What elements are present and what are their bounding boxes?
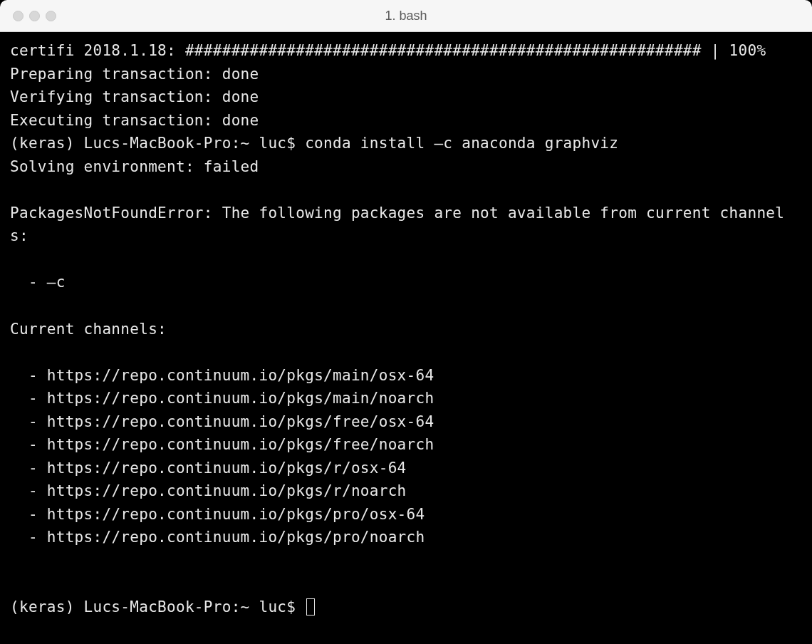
minimize-button[interactable]: [29, 11, 40, 21]
terminal-line: Preparing transaction: done: [10, 66, 259, 83]
terminal-line: (keras) Lucs-MacBook-Pro:~ luc$ conda in…: [10, 135, 618, 152]
cursor-icon: [306, 598, 315, 616]
terminal-line: - –c: [10, 274, 66, 291]
titlebar: 1. bash: [0, 0, 812, 32]
terminal-line: - https://repo.continuum.io/pkgs/free/os…: [10, 413, 434, 430]
terminal-line: - https://repo.continuum.io/pkgs/free/no…: [10, 436, 434, 453]
terminal-line: - https://repo.continuum.io/pkgs/pro/osx…: [10, 506, 425, 523]
terminal-line: Solving environment: failed: [10, 158, 259, 175]
terminal-line: Executing transaction: done: [10, 112, 259, 129]
terminal-line: PackagesNotFoundError: The following pac…: [10, 204, 784, 245]
terminal-line: - https://repo.continuum.io/pkgs/r/osx-6…: [10, 459, 407, 477]
close-button[interactable]: [13, 11, 24, 21]
zoom-button[interactable]: [46, 11, 56, 21]
terminal-line: Current channels:: [10, 321, 167, 338]
window-title: 1. bash: [385, 9, 427, 24]
terminal-window: 1. bash certifi 2018.1.18: #############…: [0, 0, 812, 644]
terminal-line: - https://repo.continuum.io/pkgs/pro/noa…: [10, 529, 425, 546]
terminal-line: certifi 2018.1.18: #####################…: [10, 42, 766, 59]
traffic-lights: [0, 11, 56, 21]
terminal-prompt: (keras) Lucs-MacBook-Pro:~ luc$: [10, 598, 305, 616]
terminal-line: Verifying transaction: done: [10, 88, 259, 105]
terminal-body[interactable]: certifi 2018.1.18: #####################…: [0, 32, 812, 644]
terminal-line: - https://repo.continuum.io/pkgs/r/noarc…: [10, 482, 407, 499]
terminal-line: - https://repo.continuum.io/pkgs/main/os…: [10, 367, 434, 384]
terminal-line: - https://repo.continuum.io/pkgs/main/no…: [10, 390, 434, 407]
